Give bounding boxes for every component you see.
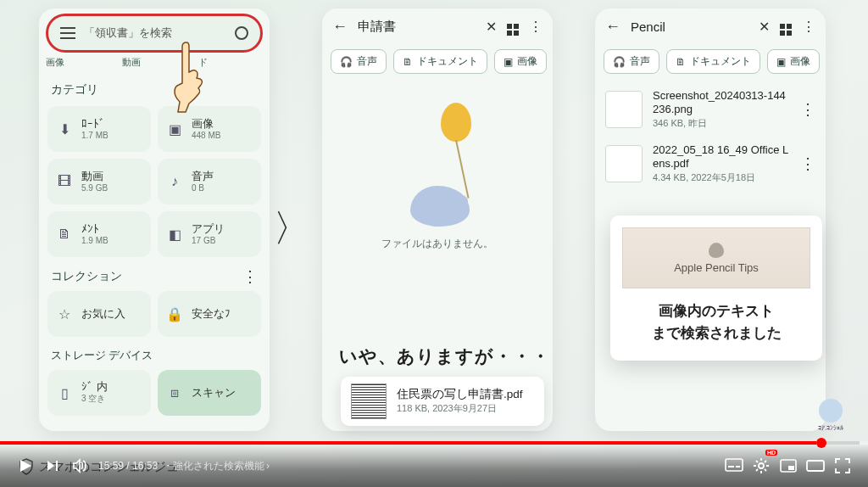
more-icon[interactable]: ⋮ — [800, 154, 815, 173]
file-meta: 118 KB, 2023年9月27日 — [397, 402, 523, 415]
ocr-preview-card: Apple Pencil Tips 画像内のテキスト まで検索されました — [610, 216, 822, 361]
phone-icon: ▯ — [56, 384, 73, 401]
tile-apps[interactable]: ◧アプリ17 GB — [158, 211, 261, 257]
tile-audio[interactable]: ♪音声0 B — [158, 159, 261, 204]
miniplayer-button[interactable] — [775, 452, 802, 479]
tile-documents[interactable]: 🗎ﾒﾝﾄ1.9 MB — [47, 211, 151, 257]
globe-icon — [819, 399, 843, 423]
search-bar-highlighted[interactable]: 「領収書」を検索 — [46, 14, 263, 53]
tile-videos[interactable]: 🎞動画5.9 GB — [47, 159, 151, 204]
file-meta: 4.34 KB, 2022年5月18日 — [653, 171, 790, 184]
star-icon: ☆ — [56, 305, 73, 322]
fullscreen-button[interactable] — [829, 452, 856, 479]
play-button[interactable] — [12, 452, 39, 479]
annotation-line-1: 画像内のテキスト — [619, 300, 814, 322]
desktop-shortcut[interactable]: ｺｱ.ｺﾝｼｪﾙ — [814, 399, 848, 432]
scan-button[interactable]: ⧆スキャン — [158, 370, 261, 416]
found-file-card: 住民票の写し申請書.pdf 118 KB, 2023年9月27日 — [341, 377, 544, 426]
image-icon: ▣ — [504, 56, 513, 68]
time-display: 15:59 / 16:53 — [98, 460, 158, 472]
tile-safe-folder[interactable]: 🔒安全なﾌ — [158, 291, 261, 337]
clear-icon[interactable]: ✕ — [759, 19, 770, 35]
phone-files-home: 「領収書」を検索 画像 動画 ド カテゴリ ⬇ﾛｰﾄﾞ1.7 MB ▣画像448… — [39, 8, 270, 431]
chip-document[interactable]: 🗎ドキュメント — [393, 49, 487, 74]
filter-chips: 🎧音声 🗎ドキュメント ▣画像 — [322, 44, 553, 82]
tile-favorites[interactable]: ☆お気に入 — [47, 291, 151, 337]
apple-logo-icon — [709, 243, 724, 258]
section-heading-collection: コレクション — [51, 269, 122, 284]
filter-chips: 🎧音声 🗎ドキュメント ▣画像 — [595, 44, 826, 82]
file-thumbnail — [605, 145, 643, 182]
empty-message: ファイルはありません。 — [381, 237, 493, 251]
apps-icon: ◧ — [166, 226, 183, 243]
grid-view-icon[interactable] — [780, 17, 792, 36]
search-icon[interactable] — [235, 26, 248, 40]
svg-point-3 — [759, 463, 764, 468]
tab-video[interactable]: 動画 — [122, 56, 141, 69]
document-icon: 🗎 — [403, 56, 413, 68]
back-icon[interactable]: ← — [605, 18, 620, 36]
tile-images[interactable]: ▣画像448 MB — [158, 106, 261, 152]
back-icon[interactable]: ← — [332, 18, 348, 36]
document-icon: 🗎 — [56, 226, 73, 243]
search-topbar: ← 申請書 ✕ ⋮ — [322, 8, 553, 44]
clear-icon[interactable]: ✕ — [486, 19, 497, 35]
collection-header: コレクション ⋮ — [39, 257, 270, 291]
chip-audio[interactable]: 🎧音声 — [604, 49, 659, 74]
file-row[interactable]: 2022_05_18 16_49 Office Lens.pdf 4.34 KB… — [595, 137, 826, 191]
more-icon[interactable]: ⋮ — [800, 100, 815, 119]
next-button[interactable] — [39, 452, 66, 479]
image-icon: ▣ — [166, 120, 183, 137]
annotation-line-2: まで検索されました — [619, 322, 814, 344]
tab-doc[interactable]: ド — [198, 56, 208, 69]
overflow-icon[interactable]: ⋮ — [242, 267, 258, 286]
chip-audio[interactable]: 🎧音声 — [331, 49, 387, 74]
svg-rect-5 — [788, 466, 794, 470]
overflow-icon[interactable]: ⋮ — [529, 19, 542, 35]
tile-downloads[interactable]: ⬇ﾛｰﾄﾞ1.7 MB — [47, 106, 151, 152]
video-icon: 🎞 — [56, 173, 73, 190]
tab-image[interactable]: 画像 — [46, 56, 64, 69]
video-canvas: 「領収書」を検索 画像 動画 ド カテゴリ ⬇ﾛｰﾄﾞ1.7 MB ▣画像448… — [0, 0, 868, 487]
file-name: 住民票の写し申請書.pdf — [397, 388, 523, 402]
scan-icon: ⧆ — [166, 384, 183, 401]
search-placeholder: 「領収書」を検索 — [84, 25, 226, 41]
document-icon: 🗎 — [676, 56, 686, 68]
lock-icon: 🔒 — [166, 305, 183, 322]
arrow-right-icon: 〉 — [273, 204, 310, 254]
chip-document[interactable]: 🗎ドキュメント — [666, 49, 760, 74]
svg-rect-1 — [728, 466, 734, 467]
category-grid: ⬇ﾛｰﾄﾞ1.7 MB ▣画像448 MB 🎞動画5.9 GB ♪音声0 B 🗎… — [39, 106, 270, 257]
preview-image: Apple Pencil Tips — [622, 227, 810, 288]
hamburger-icon[interactable] — [60, 27, 75, 39]
file-thumbnail — [351, 383, 387, 419]
svg-rect-0 — [726, 459, 743, 471]
chapter-button[interactable]: ・強化された検索機能› — [163, 459, 270, 473]
grid-view-icon[interactable] — [507, 17, 519, 36]
empty-illustration — [387, 103, 488, 230]
file-row[interactable]: Screenshot_20240313-144236.png 346 KB, 昨… — [595, 82, 826, 137]
search-query[interactable]: 申請書 — [358, 19, 476, 35]
svg-rect-2 — [736, 466, 740, 467]
empty-state: ファイルはありません。 — [322, 103, 553, 251]
tile-internal-storage[interactable]: ▯ｼﾞ 内3 空き — [47, 370, 151, 416]
annotation-caption: いや、ありますが・・・ — [339, 344, 550, 368]
chip-image[interactable]: ▣画像 — [494, 49, 547, 74]
overflow-icon[interactable]: ⋮ — [802, 19, 815, 35]
theater-button[interactable] — [802, 452, 829, 479]
chip-image[interactable]: ▣画像 — [767, 49, 820, 74]
filter-tabs: 画像 動画 ド — [39, 56, 270, 69]
file-meta: 346 KB, 昨日 — [653, 117, 790, 130]
hd-badge: HD — [765, 450, 777, 456]
download-icon: ⬇ — [56, 120, 73, 137]
search-topbar: ← Pencil ✕ ⋮ — [595, 8, 826, 44]
file-name: 2022_05_18 16_49 Office Lens.pdf — [653, 143, 790, 170]
search-query[interactable]: Pencil — [631, 20, 748, 34]
music-icon: ♪ — [166, 173, 183, 190]
settings-button[interactable]: HD — [748, 452, 775, 479]
section-heading-storage: ストレージ デバイス — [39, 337, 270, 370]
file-name: Screenshot_20240313-144236.png — [653, 89, 790, 115]
volume-button[interactable] — [66, 452, 93, 479]
headphone-icon: 🎧 — [613, 56, 626, 68]
subtitles-button[interactable] — [721, 452, 748, 479]
